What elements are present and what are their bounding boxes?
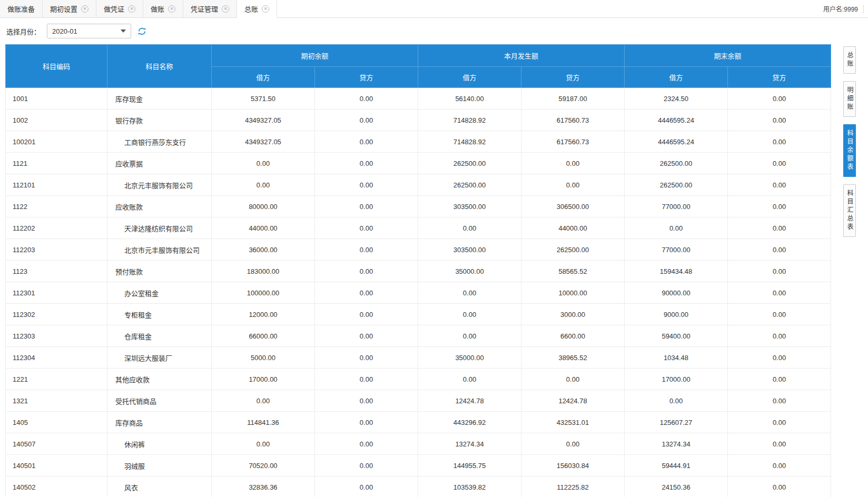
amount-cell: 56140.00 bbox=[418, 88, 521, 110]
tab-总账[interactable]: 总账× bbox=[237, 0, 277, 18]
amount-cell: 0.00 bbox=[728, 433, 831, 455]
month-select-label: 选择月份： bbox=[6, 26, 41, 36]
table-row[interactable]: 1321受托代销商品0.000.0012424.7812424.780.000.… bbox=[6, 390, 831, 412]
month-select-value: 2020-01 bbox=[52, 27, 77, 35]
table-row[interactable]: 112302专柜租金12000.000.000.003000.009000.00… bbox=[6, 304, 831, 325]
account-code-cell: 112301 bbox=[6, 282, 107, 304]
tab-做账[interactable]: 做账× bbox=[143, 0, 183, 17]
chevron-down-icon bbox=[121, 29, 126, 33]
table-row[interactable]: 1121应收票据0.000.00262500.000.00262500.000.… bbox=[6, 153, 831, 174]
user-divider bbox=[863, 5, 864, 13]
close-icon[interactable]: × bbox=[262, 5, 269, 13]
amount-cell: 0.00 bbox=[521, 174, 625, 196]
close-icon[interactable]: × bbox=[168, 5, 175, 13]
account-name-cell: 北京元丰服饰有限公司 bbox=[107, 174, 212, 196]
amount-cell: 0.00 bbox=[418, 217, 521, 239]
amount-cell: 13274.34 bbox=[625, 433, 728, 455]
amount-cell: 0.00 bbox=[315, 217, 418, 239]
amount-cell: 77000.00 bbox=[625, 239, 728, 261]
close-icon[interactable]: × bbox=[81, 5, 88, 13]
refresh-icon[interactable] bbox=[137, 27, 146, 36]
amount-cell: 1034.48 bbox=[625, 347, 728, 369]
amount-cell: 0.00 bbox=[212, 433, 315, 455]
amount-cell: 13274.34 bbox=[418, 433, 521, 455]
amount-cell: 4349327.05 bbox=[212, 131, 315, 153]
tab-凭证管理[interactable]: 凭证管理× bbox=[183, 0, 237, 17]
table-row[interactable]: 112304深圳远大服装厂5000.000.0035000.0038965.52… bbox=[6, 347, 831, 369]
amount-cell: 0.00 bbox=[728, 304, 831, 325]
header-debit: 借方 bbox=[625, 67, 728, 88]
amount-cell: 156030.84 bbox=[521, 455, 625, 476]
amount-cell: 0.00 bbox=[625, 217, 728, 239]
table-row[interactable]: 100201工商银行燕莎东支行4349327.050.00714828.9261… bbox=[6, 131, 831, 153]
amount-cell: 44000.00 bbox=[212, 217, 315, 239]
amount-cell: 0.00 bbox=[315, 476, 418, 497]
table-row[interactable]: 112301办公室租金100000.000.000.0010000.009000… bbox=[6, 282, 831, 304]
side-tab-总账[interactable]: 总账 bbox=[843, 46, 856, 74]
month-select[interactable]: 2020-01 bbox=[47, 24, 131, 38]
table-row[interactable]: 1221其他应收款17000.000.000.000.0017000.000.0… bbox=[6, 369, 831, 390]
amount-cell: 0.00 bbox=[418, 325, 521, 347]
tab-期初设置[interactable]: 期初设置× bbox=[43, 0, 96, 17]
account-code-cell: 112303 bbox=[6, 325, 107, 347]
amount-cell: 0.00 bbox=[315, 174, 418, 196]
table-row[interactable]: 112303仓库租金66000.000.000.006600.0059400.0… bbox=[6, 325, 831, 347]
balance-table-container: 科目编码 科目名称 期初余额 本月发生额 期末余额 借方 贷方 借方 贷方 借方… bbox=[0, 44, 868, 497]
header-account-code: 科目编码 bbox=[6, 45, 107, 88]
amount-cell: 0.00 bbox=[728, 131, 831, 153]
amount-cell: 714828.92 bbox=[418, 110, 521, 131]
amount-cell: 44000.00 bbox=[521, 217, 625, 239]
amount-cell: 17000.00 bbox=[625, 369, 728, 390]
table-row[interactable]: 112203北京市元丰服饰有限公司36000.000.00303500.0026… bbox=[6, 239, 831, 261]
table-row[interactable]: 1123预付账款183000.000.0035000.0058565.52159… bbox=[6, 261, 831, 282]
amount-cell: 0.00 bbox=[315, 390, 418, 412]
table-row[interactable]: 1405库存商品114841.360.00443296.92432531.011… bbox=[6, 412, 831, 433]
amount-cell: 0.00 bbox=[728, 390, 831, 412]
table-row[interactable]: 1001库存现金5371.500.0056140.0059187.002324.… bbox=[6, 88, 831, 110]
amount-cell: 443296.92 bbox=[418, 412, 521, 433]
amount-cell: 0.00 bbox=[315, 239, 418, 261]
amount-cell: 12000.00 bbox=[212, 304, 315, 325]
amount-cell: 100000.00 bbox=[212, 282, 315, 304]
amount-cell: 0.00 bbox=[315, 347, 418, 369]
side-tab-明细账[interactable]: 明细账 bbox=[843, 81, 856, 117]
side-tab-科目汇总表[interactable]: 科目汇总表 bbox=[843, 184, 856, 237]
amount-cell: 0.00 bbox=[315, 261, 418, 282]
account-code-cell: 1123 bbox=[6, 261, 107, 282]
tab-做账准备[interactable]: 做账准备 bbox=[0, 0, 43, 17]
close-icon[interactable]: × bbox=[128, 5, 135, 13]
account-name-cell: 应收票据 bbox=[107, 153, 212, 174]
account-name-cell: 北京市元丰服饰有限公司 bbox=[107, 239, 212, 261]
account-code-cell: 1121 bbox=[6, 153, 107, 174]
amount-cell: 58565.52 bbox=[521, 261, 625, 282]
account-code-cell: 140507 bbox=[6, 433, 107, 455]
tab-做凭证[interactable]: 做凭证× bbox=[96, 0, 143, 17]
account-name-cell: 深圳远大服装厂 bbox=[107, 347, 212, 369]
account-code-cell: 112202 bbox=[6, 217, 107, 239]
amount-cell: 4446595.24 bbox=[625, 131, 728, 153]
table-row[interactable]: 1002银行存款4349327.050.00714828.92617560.73… bbox=[6, 110, 831, 131]
amount-cell: 0.00 bbox=[315, 131, 418, 153]
amount-cell: 59187.00 bbox=[521, 88, 625, 110]
close-icon[interactable]: × bbox=[222, 5, 229, 13]
amount-cell: 0.00 bbox=[728, 412, 831, 433]
amount-cell: 0.00 bbox=[315, 110, 418, 131]
amount-cell: 17000.00 bbox=[212, 369, 315, 390]
account-code-cell: 1321 bbox=[6, 390, 107, 412]
side-tab-科目余额表[interactable]: 科目余额表 bbox=[843, 124, 856, 177]
table-row[interactable]: 140507休闲裤0.000.0013274.340.0013274.340.0… bbox=[6, 433, 831, 455]
amount-cell: 0.00 bbox=[212, 174, 315, 196]
table-row[interactable]: 1122应收账款80000.000.00303500.00306500.0077… bbox=[6, 196, 831, 217]
account-code-cell: 112101 bbox=[6, 174, 107, 196]
account-code-cell: 1122 bbox=[6, 196, 107, 217]
table-row[interactable]: 140501羽绒服70520.000.00144955.75156030.845… bbox=[6, 455, 831, 476]
account-code-cell: 112302 bbox=[6, 304, 107, 325]
account-name-cell: 仓库租金 bbox=[107, 325, 212, 347]
table-row[interactable]: 112202天津达隆纺织有限公司44000.000.000.0044000.00… bbox=[6, 217, 831, 239]
table-row[interactable]: 140502风衣32836.360.00103539.82112225.8224… bbox=[6, 476, 831, 497]
header-opening-balance: 期初余额 bbox=[212, 45, 418, 67]
amount-cell: 59444.91 bbox=[625, 455, 728, 476]
table-row[interactable]: 112101北京元丰服饰有限公司0.000.00262500.000.00262… bbox=[6, 174, 831, 196]
header-current-month: 本月发生额 bbox=[418, 45, 625, 67]
amount-cell: 0.00 bbox=[418, 304, 521, 325]
